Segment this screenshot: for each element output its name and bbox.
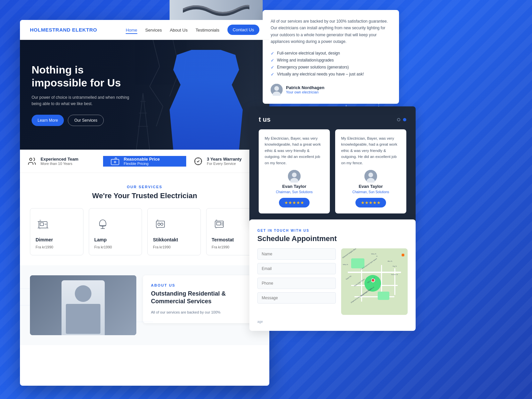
svg-text:Day St: Day St xyxy=(393,265,397,267)
author-row: Patrick Nordhagen Your own electrician xyxy=(271,84,391,96)
dimmer-icon: 2| k xyxy=(36,216,52,233)
author-avatar xyxy=(271,84,283,96)
service-card-lamp[interactable]: Lamp Fra kr1990 xyxy=(89,208,142,255)
svg-point-52 xyxy=(292,173,297,177)
nav-item-contact[interactable]: Contact Us xyxy=(227,25,259,35)
svg-text:Valley St: Valley St xyxy=(343,264,348,265)
nav-link-services[interactable]: Services xyxy=(145,28,162,33)
team-icon xyxy=(27,156,37,167)
right-about-panel: All of our services are backed by our 10… xyxy=(263,10,389,122)
appointment-name-input[interactable] xyxy=(257,248,336,260)
testimonials-cards: My Electrician, Bayer, was very knowledg… xyxy=(259,129,406,213)
checklist-item-3: ✓ Emergency power solutions (generators) xyxy=(271,64,391,71)
termostat-icon: 2| k xyxy=(212,216,228,233)
testimonial-author-1: Evan Taylor Chairman, Sun Solutions xyxy=(265,170,324,194)
svg-text:11: 11 xyxy=(376,255,378,257)
nav-item-services[interactable]: Services xyxy=(145,27,162,33)
nav-link-about[interactable]: About Us xyxy=(170,28,188,33)
check-icon-4: ✓ xyxy=(271,72,274,77)
svg-line-0 xyxy=(153,40,160,66)
dot-2-active[interactable] xyxy=(403,118,406,121)
testimonials-title: t us xyxy=(259,116,271,123)
feature-warranty-sub: For Every Service xyxy=(207,162,242,166)
appointment-phone-input[interactable] xyxy=(257,278,336,289)
feature-experienced-sub: More than 10 Years xyxy=(41,162,78,166)
testimonial-card-2: My Electrician, Bayer, was very knowledg… xyxy=(335,129,406,213)
testimonial-name-1: Evan Taylor xyxy=(282,184,307,189)
hero-title: Nothing is impossible for Us xyxy=(32,64,135,89)
testimonial-author-2: Evan Taylor Chairman, Sun Solutions xyxy=(341,170,400,194)
dimmer-price: Fra kr1990 xyxy=(36,245,53,249)
testimonial-card-1: My Electrician, Bayer, was very knowledg… xyxy=(259,129,330,213)
about-section: ABOUT US Outstanding Residential & Comme… xyxy=(20,265,269,345)
testimonial-role-1: Chairman, Sun Solutions xyxy=(276,190,313,194)
nav-item-testimonials[interactable]: Testimonials xyxy=(196,27,219,33)
our-services-button[interactable]: Our Services xyxy=(68,115,103,126)
checklist-item-2: ✓ Wiring and installation/upgrades xyxy=(271,57,391,64)
map-labels-svg: Diamond Heights Blvd 27th & Diamond Open… xyxy=(341,248,408,315)
services-label: OUR SERVICES xyxy=(30,185,259,189)
feature-experienced-team: Experienced Team More than 10 Years xyxy=(20,156,103,167)
termostat-price: Fra kr1990 xyxy=(212,245,229,249)
testimonial-text-2: My Electrician, Bayer, was very knowledg… xyxy=(341,135,400,166)
appointment-page-label: age xyxy=(257,318,408,324)
appointment-message-input[interactable] xyxy=(257,292,336,304)
price-icon xyxy=(110,156,120,167)
testimonial-name-2: Evan Taylor xyxy=(359,184,383,189)
check-icon-2: ✓ xyxy=(271,58,274,63)
hero-worker-shape xyxy=(170,50,243,150)
contact-us-button[interactable]: Contact Us xyxy=(227,25,259,35)
stars-button-1[interactable]: ★★★★★ xyxy=(279,198,310,207)
dot-1[interactable] xyxy=(397,118,400,121)
svg-text:Topaz Wy: Topaz Wy xyxy=(345,275,352,280)
learn-more-button[interactable]: Learn More xyxy=(32,115,64,126)
appointment-layout: Diamond Heights Blvd 27th & Diamond Open… xyxy=(257,248,408,315)
browser-window: HOLMESTRAND ELEKTRO Home Services About … xyxy=(20,20,269,386)
testimonials-header: t us xyxy=(259,116,406,123)
testimonial-text-1: My Electrician, Bayer, was very knowledg… xyxy=(265,135,324,166)
hero-subtitle: Our power of choice is untrammelled and … xyxy=(32,94,135,107)
checklist: ✓ Full-service electrical layout, design… xyxy=(271,50,391,78)
hero-section: Nothing is impossible for Us Our power o… xyxy=(20,40,269,150)
termostat-name: Termostat xyxy=(212,237,234,242)
top-image-bg xyxy=(170,0,263,20)
svg-line-2 xyxy=(150,86,163,106)
service-card-stikkontakt[interactable]: 2| k Stikkontakt Fra kr1990 xyxy=(147,208,201,255)
svg-rect-25 xyxy=(156,221,165,227)
stikkontakt-name: Stikkontakt xyxy=(153,237,178,242)
author-role: Your own electrician xyxy=(286,90,325,94)
dimmer-name: Dimmer xyxy=(36,237,53,242)
nav-link-home[interactable]: Home xyxy=(126,28,137,34)
svg-point-13 xyxy=(114,161,116,163)
lamp-price: Fra kr1990 xyxy=(94,245,112,249)
testimonial-avatar-1 xyxy=(288,170,301,183)
nav-item-about[interactable]: About Us xyxy=(170,27,188,33)
svg-text:Sanchez St: Sanchez St xyxy=(391,274,398,275)
nav-item-home[interactable]: Home xyxy=(126,27,137,33)
service-card-dimmer[interactable]: 2| k Dimmer Fra kr1990 xyxy=(30,208,83,255)
nav-link-testimonials[interactable]: Testimonials xyxy=(196,28,219,33)
stars-button-2[interactable]: ★★★★★ xyxy=(355,198,386,207)
svg-text:2|: 2| xyxy=(40,219,41,221)
appointment-panel: GET IN TOUCH WITH US Schedule Appointmen… xyxy=(249,219,412,331)
testimonials-card: t us My Electrician, Bayer, was very kno… xyxy=(249,106,416,223)
feature-price-text: Reasonable Price Flexible Pricing xyxy=(124,157,160,166)
appointment-email-input[interactable] xyxy=(257,263,336,274)
appointment-label: GET IN TOUCH WITH US xyxy=(257,229,408,232)
services-section: OUR SERVICES We're Your Trusted Electric… xyxy=(20,173,269,265)
testimonial-role-2: Chairman, Sun Solutions xyxy=(352,190,389,194)
feature-experienced-text: Experienced Team More than 10 Years xyxy=(41,157,78,166)
services-title: We're Your Trusted Electrician xyxy=(30,192,259,200)
warranty-icon xyxy=(193,156,203,167)
navigation: HOLMESTRAND ELEKTRO Home Services About … xyxy=(20,20,269,40)
svg-point-27 xyxy=(161,223,163,225)
svg-text:Topaz Open Space: Topaz Open Space xyxy=(354,278,365,287)
panel-about-text: All of our services are backed by our 10… xyxy=(271,18,391,45)
svg-point-49 xyxy=(274,86,279,91)
svg-text:Alice St: Alice St xyxy=(388,260,392,262)
feature-experienced-title: Experienced Team xyxy=(41,157,78,162)
about-section-image xyxy=(30,275,136,335)
top-right-image-strip xyxy=(170,0,263,20)
svg-text:27th & Diamond Open Space: 27th & Diamond Open Space xyxy=(360,258,377,270)
feature-warranty-text: 3 Years Warranty For Every Service xyxy=(207,157,242,166)
